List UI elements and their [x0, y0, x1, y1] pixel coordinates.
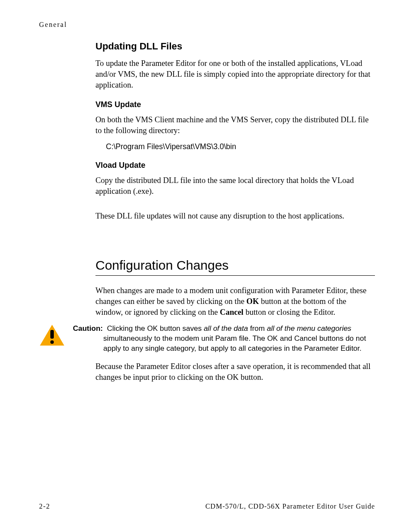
- running-header: General: [39, 21, 375, 29]
- caution-part3: simultaneously to the modem unit Param f…: [103, 334, 375, 354]
- body-config-closing: Because the Parameter Editor closes afte…: [95, 361, 375, 383]
- svg-rect-1: [50, 330, 54, 339]
- body-vms: On both the VMS Client machine and the V…: [95, 114, 375, 136]
- heading-vms-update: VMS Update: [95, 100, 375, 109]
- body-intro: To update the Parameter Editor for one o…: [95, 58, 375, 91]
- caution-em2: all of the menu categories: [267, 324, 352, 333]
- heading-updating-dll: Updating DLL Files: [95, 41, 375, 52]
- heading-config-changes: Configuration Changes: [95, 258, 375, 273]
- caution-block: Caution: Clicking the OK button saves al…: [39, 324, 375, 354]
- text-span: button or closing the Editor.: [243, 308, 335, 317]
- body-closing: These DLL file updates will not cause an…: [95, 211, 375, 222]
- cancel-bold: Cancel: [220, 308, 243, 317]
- heading-vload-update: Vload Update: [95, 161, 375, 170]
- caution-label: Caution:: [73, 324, 103, 333]
- body-vload: Copy the distributed DLL file into the s…: [95, 175, 375, 197]
- heading-rule: [95, 275, 375, 276]
- page-footer: 2-2 CDM-570/L, CDD-56X Parameter Editor …: [39, 503, 375, 510]
- footer-doc-title: CDM-570/L, CDD-56X Parameter Editor User…: [205, 503, 375, 510]
- caution-icon: [39, 324, 65, 348]
- caution-part2: from: [248, 324, 266, 333]
- caution-em1: all of the data: [204, 324, 248, 333]
- caution-text: Caution: Clicking the OK button saves al…: [73, 324, 375, 354]
- footer-page-number: 2-2: [39, 503, 50, 510]
- ok-bold: OK: [246, 297, 259, 306]
- caution-part1: Clicking the OK button saves: [107, 324, 204, 333]
- vms-path: C:\Program Files\Vipersat\VMS\3.0\bin: [106, 142, 375, 151]
- body-config-intro: When changes are made to a modem unit co…: [95, 285, 375, 318]
- svg-point-2: [50, 340, 54, 344]
